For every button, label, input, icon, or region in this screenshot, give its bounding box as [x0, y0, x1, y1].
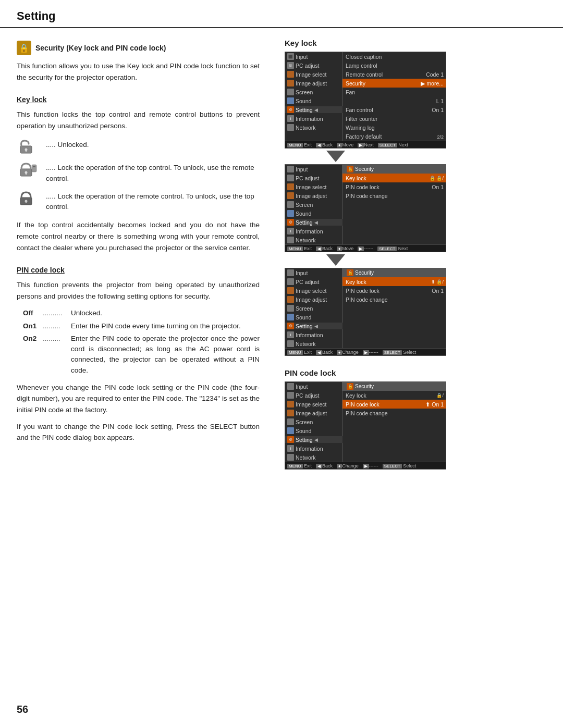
svg-rect-2: [26, 150, 27, 152]
pin-off-dots: ..........: [43, 308, 71, 318]
menu-image-adjust: Image adjust: [285, 79, 342, 88]
p4-info-icon: i: [287, 445, 294, 452]
key-lock-section: Key lock This function locks the top con…: [17, 95, 260, 253]
key-lock-panel-group: Key lock ⬛ Input: [285, 36, 550, 358]
p2-info-icon: i: [287, 228, 294, 235]
pin-off-key: Off: [23, 308, 43, 318]
info-icon: i: [287, 115, 294, 122]
osd-1-bottom-bar: MENU Exit ◀Back ♦Move ▶Next SELECT Next: [285, 141, 446, 148]
menu-pc-adjust: 🖥 PC adjust: [285, 61, 342, 70]
p4-imgadj-icon: [287, 410, 294, 416]
screen-icon: [287, 89, 294, 95]
key-lock-desc: This function locks the top control and …: [17, 109, 260, 131]
pin-on1-key: On1: [23, 321, 43, 331]
remote-lock-icon: [17, 189, 40, 207]
pin-section: PIN code lock This function prevents the…: [17, 266, 260, 443]
p2-key-lock-row: Key lock 🔒 🔒/: [342, 174, 446, 182]
p3-security-header: 🔒 Security: [342, 268, 446, 277]
page-num-1: 2/2: [437, 134, 444, 140]
p3-menu-sound: Sound: [285, 313, 342, 322]
p4-screen-icon: [287, 418, 294, 425]
p3-key-lock-row: Key lock ⬆ 🔒/: [342, 277, 446, 286]
p3-network-icon: [287, 340, 294, 347]
p3-imgsel-icon: [287, 287, 294, 294]
right-fan-l1: L 1: [342, 96, 446, 105]
p3-screen-icon: [287, 305, 294, 312]
security-desc: This function allows you to use the Key …: [17, 60, 260, 83]
pin-on1-val: Enter the PIN code every time turning on…: [71, 321, 260, 331]
svg-rect-5: [26, 173, 27, 175]
p3-input-icon: [287, 269, 294, 276]
p4-menu-imgsel: Image select: [285, 400, 342, 409]
p4-key-lock-row: Key lock🔒/: [342, 391, 446, 400]
menu-sound: Sound: [285, 96, 342, 105]
right-filter-counter: Filter counter: [342, 114, 446, 123]
p3-menu-imgadj: Image adjust: [285, 295, 342, 304]
p2-menu-info: iInformation: [285, 227, 342, 236]
p2-pc-icon: [287, 175, 294, 181]
p4-setting-icon: ⚙: [287, 436, 294, 443]
p2-screen-icon: [287, 201, 294, 208]
p2-menu-input: Input: [285, 165, 342, 174]
p2-imgsel-icon: [287, 183, 294, 190]
p3-pc-icon: [287, 278, 294, 285]
p3-imgadj-icon: [287, 296, 294, 303]
pin-bottom-text1: Whenever you change the PIN code lock se…: [17, 382, 260, 416]
pin-code-lock-panel-group: PIN code lock Input PC adjust Image sele…: [285, 366, 550, 472]
security-title: Security (Key lock and PIN code lock): [35, 44, 166, 52]
pin-desc: This function prevents the projector fro…: [17, 279, 260, 302]
pc-icon: 🖥: [287, 62, 294, 69]
osd-panel-3: Input PC adjust Image select Image adjus…: [285, 268, 446, 356]
p2-security-header: 🔒 Security: [342, 165, 446, 174]
p3-menu-info: iInformation: [285, 330, 342, 339]
osd-3-bottom-bar: MENU Exit ◀Back ♦Change ▶------ SELECT S…: [285, 348, 446, 355]
p4-imgsel-icon: [287, 401, 294, 408]
key-lock-panel-title: Key lock: [285, 39, 550, 47]
p2-pin-code-change-row: PIN code change: [342, 191, 446, 200]
svg-rect-10: [26, 202, 27, 203]
p2-menu-img-adj: Image adjust: [285, 191, 342, 200]
right-lamp-control: Lamp control: [342, 61, 446, 70]
right-security: Security ▶ more...: [342, 79, 446, 88]
pin-on1-dots: .........: [43, 321, 71, 331]
key-lock-warning: If the top control accidentally becomes …: [17, 219, 260, 253]
osd-panel-4: Input PC adjust Image select Image adjus…: [285, 381, 446, 470]
top-lock-icon: [17, 161, 40, 178]
p2-network-icon: [287, 237, 294, 243]
lock-icon: 🔒: [17, 41, 31, 55]
page-number: 56: [17, 704, 28, 715]
svg-rect-6: [32, 165, 36, 172]
img-adj-icon: [287, 80, 294, 87]
p4-pin-change-row: PIN code change: [342, 409, 446, 417]
pin-option-on1: On1 ......... Enter the PIN code every t…: [23, 321, 260, 331]
setting-icon: ⚙: [287, 106, 294, 113]
p4-menu-input: Input: [285, 382, 342, 391]
right-fan-control: Fan controlOn 1: [342, 105, 446, 114]
p2-menu-pc: PC adjust: [285, 174, 342, 182]
p2-menu-sound: Sound: [285, 209, 342, 218]
p3-menu-network: Network: [285, 339, 342, 348]
p3-setting-icon: ⚙: [287, 323, 294, 329]
remote-lock-label: ..... Lock the operation of the remote c…: [46, 189, 260, 213]
p4-security-header: 🔒 Security: [342, 382, 446, 391]
menu-network: Network: [285, 123, 342, 132]
unlock-icon: [17, 138, 40, 155]
p4-pc-icon: [287, 392, 294, 399]
pin-option-on2: On2 ......... Enter the PIN code to oper…: [23, 334, 260, 376]
p4-menu-info: iInformation: [285, 444, 342, 453]
right-fan: Fan: [342, 88, 446, 96]
p3-pin-change-row: PIN code change: [342, 295, 446, 304]
right-warning-log: Warning log: [342, 123, 446, 132]
osd-4-bottom-bar: MENU Exit ◀Back ♦Change ▶------ SELECT S…: [285, 462, 446, 469]
security-section-header: 🔒 Security (Key lock and PIN code lock): [17, 41, 260, 55]
arrow-shape-2: [326, 254, 345, 266]
p3-pin-lock-row: PIN code lockOn 1: [342, 286, 446, 295]
pin-on2-dots: .........: [43, 334, 71, 376]
p2-menu-screen: Screen: [285, 200, 342, 209]
page-title: Setting: [17, 9, 546, 23]
p3-sound-icon: [287, 314, 294, 320]
p2-input-icon: [287, 166, 294, 172]
icon-row-unlocked: ..... Unlocked.: [17, 138, 260, 155]
p2-pin-code-lock-row: PIN code lockOn 1: [342, 182, 446, 191]
p3-menu-screen: Screen: [285, 304, 342, 313]
